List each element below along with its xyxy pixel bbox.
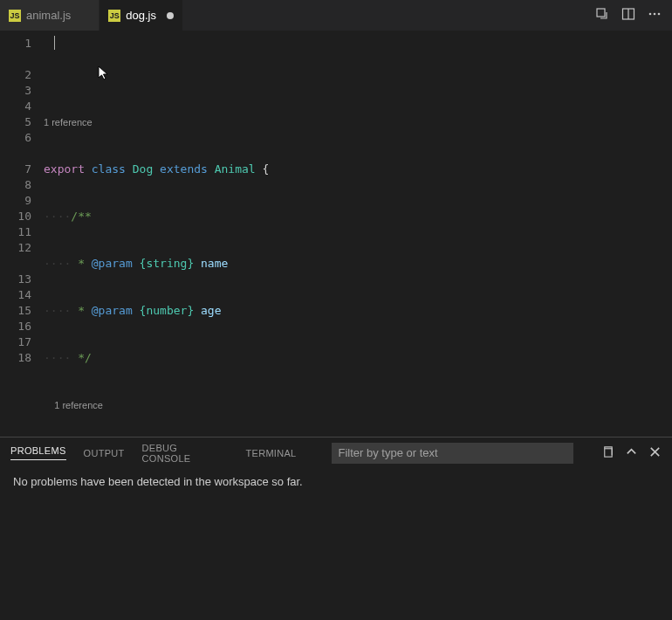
tab-problems[interactable]: PROBLEMS — [10, 445, 66, 460]
bottom-panel: PROBLEMS OUTPUT DEBUG CONSOLE TERMINAL N… — [0, 437, 672, 620]
svg-point-4 — [654, 12, 656, 15]
split-editor-icon[interactable] — [621, 7, 635, 24]
line-number-gutter: 1 2 3 4 5 6 7 8 9 10 11 12 13 14 15 16 1… — [0, 31, 44, 437]
tab-dog-js[interactable]: JS dog.js — [99, 0, 183, 31]
filter-input[interactable] — [332, 443, 573, 464]
svg-point-5 — [658, 12, 661, 15]
editor-actions — [595, 7, 672, 24]
compare-icon[interactable] — [595, 7, 609, 24]
tab-bar: JS animal.js × JS dog.js — [0, 0, 672, 31]
svg-rect-6 — [605, 449, 612, 457]
codelens-reference[interactable]: 1 reference — [44, 397, 672, 413]
js-file-icon: JS — [108, 10, 120, 22]
tab-output[interactable]: OUTPUT — [84, 448, 125, 458]
collapse-panel-icon[interactable] — [625, 445, 638, 460]
panel-tab-bar: PROBLEMS OUTPUT DEBUG CONSOLE TERMINAL — [0, 437, 672, 468]
code-editor[interactable]: 1 2 3 4 5 6 7 8 9 10 11 12 13 14 15 16 1… — [0, 31, 672, 437]
svg-rect-0 — [597, 9, 605, 17]
tab-debug-console[interactable]: DEBUG CONSOLE — [142, 443, 229, 464]
tab-label: dog.js — [126, 9, 156, 22]
tab-terminal[interactable]: TERMINAL — [245, 448, 296, 458]
js-file-icon: JS — [9, 10, 21, 22]
more-actions-icon[interactable] — [648, 7, 662, 24]
tab-animal-js[interactable]: JS animal.js × — [0, 0, 99, 31]
close-panel-icon[interactable] — [648, 445, 662, 460]
code-content[interactable]: 1 reference export class Dog extends Ani… — [44, 31, 672, 437]
text-cursor — [54, 36, 55, 50]
dirty-indicator-icon — [167, 12, 174, 19]
problems-message: No problems have been detected in the wo… — [0, 468, 672, 495]
tab-label: animal.js — [26, 9, 71, 22]
copy-icon[interactable] — [601, 445, 614, 460]
codelens-reference[interactable]: 1 reference — [44, 114, 672, 130]
svg-point-3 — [649, 12, 652, 15]
